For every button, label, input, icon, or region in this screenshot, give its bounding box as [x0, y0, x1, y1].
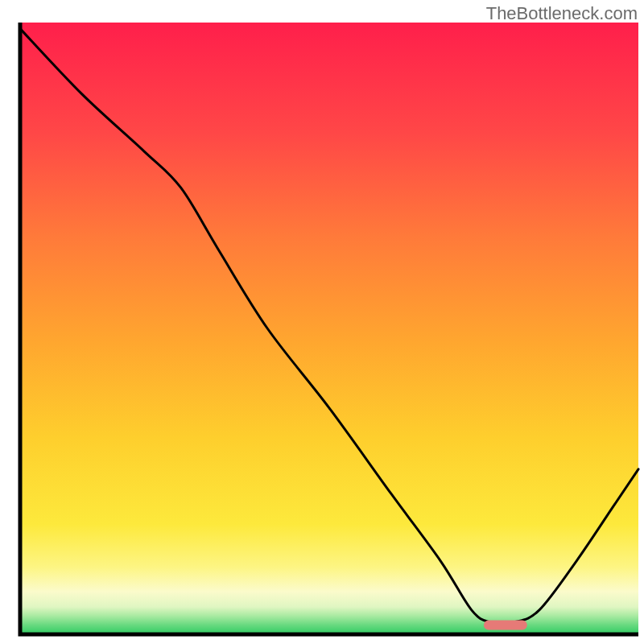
watermark-text: TheBottleneck.com [486, 3, 638, 24]
range-pill-marker [484, 621, 527, 630]
chart-svg [0, 0, 644, 644]
chart-container: TheBottleneck.com [0, 0, 644, 644]
gradient-background [20, 23, 638, 634]
